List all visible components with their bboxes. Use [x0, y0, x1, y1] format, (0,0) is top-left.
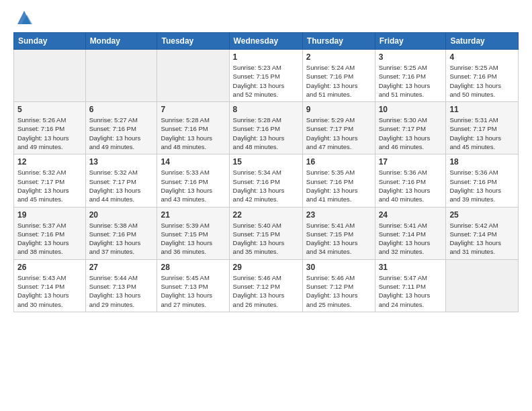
day-info: Sunrise: 5:24 AM Sunset: 7:16 PM Dayligh… — [306, 63, 371, 99]
day-info: Sunrise: 5:31 AM Sunset: 7:17 PM Dayligh… — [449, 116, 515, 151]
day-info: Sunrise: 5:29 AM Sunset: 7:17 PM Dayligh… — [306, 116, 371, 151]
day-number: 30 — [306, 263, 371, 272]
day-number: 10 — [379, 105, 443, 114]
calendar-cell: 28Sunrise: 5:45 AM Sunset: 7:13 PM Dayli… — [157, 259, 229, 312]
calendar-cell — [85, 50, 157, 102]
day-info: Sunrise: 5:41 AM Sunset: 7:15 PM Dayligh… — [306, 221, 371, 257]
day-info: Sunrise: 5:37 AM Sunset: 7:16 PM Dayligh… — [17, 221, 82, 257]
day-info: Sunrise: 5:36 AM Sunset: 7:16 PM Dayligh… — [449, 168, 515, 203]
weekday-header: Tuesday — [157, 33, 229, 50]
calendar-cell: 17Sunrise: 5:36 AM Sunset: 7:16 PM Dayli… — [375, 154, 446, 207]
calendar-cell: 18Sunrise: 5:36 AM Sunset: 7:16 PM Dayli… — [446, 154, 519, 207]
day-number: 3 — [379, 52, 443, 62]
calendar-cell: 7Sunrise: 5:28 AM Sunset: 7:16 PM Daylig… — [157, 102, 229, 154]
weekday-header: Wednesday — [229, 33, 302, 50]
day-number: 20 — [89, 210, 154, 220]
day-info: Sunrise: 5:46 AM Sunset: 7:12 PM Dayligh… — [233, 273, 299, 309]
weekday-header: Monday — [85, 33, 157, 50]
calendar-cell: 15Sunrise: 5:34 AM Sunset: 7:16 PM Dayli… — [229, 154, 302, 207]
calendar-cell: 14Sunrise: 5:33 AM Sunset: 7:16 PM Dayli… — [157, 154, 229, 207]
day-number: 13 — [89, 157, 154, 167]
logo — [13, 11, 34, 27]
calendar-cell: 12Sunrise: 5:32 AM Sunset: 7:17 PM Dayli… — [14, 154, 86, 207]
calendar-cell — [14, 50, 86, 102]
day-info: Sunrise: 5:35 AM Sunset: 7:16 PM Dayligh… — [306, 168, 371, 203]
calendar: SundayMondayTuesdayWednesdayThursdayFrid… — [13, 32, 519, 312]
day-info: Sunrise: 5:46 AM Sunset: 7:12 PM Dayligh… — [306, 273, 371, 309]
day-number: 4 — [449, 52, 515, 62]
day-info: Sunrise: 5:47 AM Sunset: 7:11 PM Dayligh… — [379, 273, 443, 309]
day-number: 28 — [161, 263, 225, 272]
day-number: 16 — [306, 157, 371, 167]
day-info: Sunrise: 5:44 AM Sunset: 7:13 PM Dayligh… — [89, 273, 154, 309]
logo-icon — [15, 8, 34, 27]
calendar-cell: 9Sunrise: 5:29 AM Sunset: 7:17 PM Daylig… — [302, 102, 375, 154]
calendar-cell: 23Sunrise: 5:41 AM Sunset: 7:15 PM Dayli… — [302, 207, 375, 259]
calendar-cell: 8Sunrise: 5:28 AM Sunset: 7:16 PM Daylig… — [229, 102, 302, 154]
day-info: Sunrise: 5:36 AM Sunset: 7:16 PM Dayligh… — [379, 168, 443, 203]
day-info: Sunrise: 5:26 AM Sunset: 7:16 PM Dayligh… — [17, 116, 82, 151]
day-number: 12 — [17, 157, 82, 167]
weekday-header-row: SundayMondayTuesdayWednesdayThursdayFrid… — [14, 33, 519, 50]
day-number: 29 — [233, 263, 299, 272]
day-number: 18 — [449, 157, 515, 167]
day-info: Sunrise: 5:27 AM Sunset: 7:16 PM Dayligh… — [89, 116, 154, 151]
calendar-cell: 5Sunrise: 5:26 AM Sunset: 7:16 PM Daylig… — [14, 102, 86, 154]
day-info: Sunrise: 5:30 AM Sunset: 7:17 PM Dayligh… — [379, 116, 443, 151]
day-number: 15 — [233, 157, 299, 167]
calendar-cell: 13Sunrise: 5:32 AM Sunset: 7:17 PM Dayli… — [85, 154, 157, 207]
calendar-week-row: 12Sunrise: 5:32 AM Sunset: 7:17 PM Dayli… — [14, 154, 519, 207]
calendar-cell: 6Sunrise: 5:27 AM Sunset: 7:16 PM Daylig… — [85, 102, 157, 154]
day-number: 27 — [89, 263, 154, 272]
weekday-header: Friday — [375, 33, 446, 50]
day-number: 26 — [17, 263, 82, 272]
day-number: 9 — [306, 105, 371, 114]
calendar-cell: 30Sunrise: 5:46 AM Sunset: 7:12 PM Dayli… — [302, 259, 375, 312]
day-number: 5 — [17, 105, 82, 114]
day-number: 23 — [306, 210, 371, 220]
calendar-cell: 26Sunrise: 5:43 AM Sunset: 7:14 PM Dayli… — [14, 259, 86, 312]
weekday-header: Thursday — [302, 33, 375, 50]
weekday-header: Sunday — [14, 33, 86, 50]
calendar-cell: 11Sunrise: 5:31 AM Sunset: 7:17 PM Dayli… — [446, 102, 519, 154]
calendar-cell: 25Sunrise: 5:42 AM Sunset: 7:14 PM Dayli… — [446, 207, 519, 259]
calendar-cell: 27Sunrise: 5:44 AM Sunset: 7:13 PM Dayli… — [85, 259, 157, 312]
header — [13, 11, 519, 27]
day-number: 17 — [379, 157, 443, 167]
day-number: 14 — [161, 157, 225, 167]
day-number: 25 — [449, 210, 515, 220]
calendar-cell: 4Sunrise: 5:25 AM Sunset: 7:16 PM Daylig… — [446, 50, 519, 102]
day-number: 31 — [379, 263, 443, 272]
day-info: Sunrise: 5:28 AM Sunset: 7:16 PM Dayligh… — [233, 116, 299, 151]
day-info: Sunrise: 5:38 AM Sunset: 7:16 PM Dayligh… — [89, 221, 154, 257]
day-info: Sunrise: 5:34 AM Sunset: 7:16 PM Dayligh… — [233, 168, 299, 203]
calendar-cell: 1Sunrise: 5:23 AM Sunset: 7:15 PM Daylig… — [229, 50, 302, 102]
day-info: Sunrise: 5:40 AM Sunset: 7:15 PM Dayligh… — [233, 221, 299, 257]
calendar-cell: 10Sunrise: 5:30 AM Sunset: 7:17 PM Dayli… — [375, 102, 446, 154]
calendar-cell: 31Sunrise: 5:47 AM Sunset: 7:11 PM Dayli… — [375, 259, 446, 312]
calendar-cell: 24Sunrise: 5:41 AM Sunset: 7:14 PM Dayli… — [375, 207, 446, 259]
day-number: 8 — [233, 105, 299, 114]
calendar-week-row: 5Sunrise: 5:26 AM Sunset: 7:16 PM Daylig… — [14, 102, 519, 154]
day-info: Sunrise: 5:25 AM Sunset: 7:16 PM Dayligh… — [449, 63, 515, 99]
day-info: Sunrise: 5:43 AM Sunset: 7:14 PM Dayligh… — [17, 273, 82, 309]
page: SundayMondayTuesdayWednesdayThursdayFrid… — [0, 0, 532, 326]
day-info: Sunrise: 5:41 AM Sunset: 7:14 PM Dayligh… — [379, 221, 443, 257]
calendar-cell: 2Sunrise: 5:24 AM Sunset: 7:16 PM Daylig… — [302, 50, 375, 102]
day-info: Sunrise: 5:28 AM Sunset: 7:16 PM Dayligh… — [161, 116, 225, 151]
day-info: Sunrise: 5:42 AM Sunset: 7:14 PM Dayligh… — [449, 221, 515, 257]
calendar-cell: 19Sunrise: 5:37 AM Sunset: 7:16 PM Dayli… — [14, 207, 86, 259]
calendar-cell: 20Sunrise: 5:38 AM Sunset: 7:16 PM Dayli… — [85, 207, 157, 259]
day-info: Sunrise: 5:39 AM Sunset: 7:15 PM Dayligh… — [161, 221, 225, 257]
day-number: 1 — [233, 52, 299, 62]
calendar-cell: 21Sunrise: 5:39 AM Sunset: 7:15 PM Dayli… — [157, 207, 229, 259]
day-info: Sunrise: 5:45 AM Sunset: 7:13 PM Dayligh… — [161, 273, 225, 309]
day-number: 22 — [233, 210, 299, 220]
weekday-header: Saturday — [446, 33, 519, 50]
day-info: Sunrise: 5:23 AM Sunset: 7:15 PM Dayligh… — [233, 63, 299, 99]
calendar-cell: 22Sunrise: 5:40 AM Sunset: 7:15 PM Dayli… — [229, 207, 302, 259]
day-number: 7 — [161, 105, 225, 114]
day-number: 6 — [89, 105, 154, 114]
calendar-week-row: 26Sunrise: 5:43 AM Sunset: 7:14 PM Dayli… — [14, 259, 519, 312]
calendar-cell — [446, 259, 519, 312]
